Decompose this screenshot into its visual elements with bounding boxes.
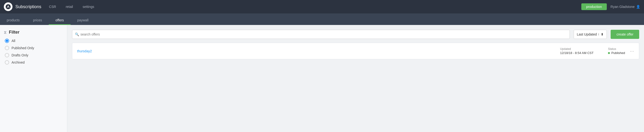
status-dot: [608, 52, 610, 54]
sidebar: ⧖ Filter All Published Only Drafts Only …: [0, 25, 67, 132]
sub-nav-products[interactable]: products: [0, 15, 26, 25]
offer-actions-menu[interactable]: ⋯: [630, 48, 634, 54]
filter-option-all[interactable]: All: [5, 39, 62, 43]
top-nav: Subscriptions CSR retail settings produc…: [0, 0, 644, 14]
filter-header: ⧖ Filter: [0, 30, 67, 39]
radio-all[interactable]: [5, 39, 9, 43]
nav-link-csr[interactable]: CSR: [49, 5, 56, 9]
sort-chevron-icon: ⬍: [601, 32, 604, 36]
top-nav-links: CSR retail settings: [49, 5, 581, 9]
sub-nav-prices[interactable]: prices: [26, 15, 49, 25]
logo-icon: [4, 2, 12, 11]
filter-option-published-only[interactable]: Published Only: [5, 46, 62, 50]
status-block: Status Published: [608, 47, 625, 55]
nav-link-settings[interactable]: settings: [82, 5, 94, 9]
app-title: Subscriptions: [15, 4, 41, 9]
status-badge: Published: [608, 51, 625, 55]
table-row: thursday2 Updated 12/18/18 - 8:54 AM CST…: [72, 43, 639, 59]
filter-options: All Published Only Drafts Only Archived: [0, 39, 67, 64]
radio-published-only[interactable]: [5, 46, 9, 50]
user-name: Ryan Gladstone: [610, 5, 635, 9]
filter-label-all: All: [12, 39, 15, 43]
main-layout: ⧖ Filter All Published Only Drafts Only …: [0, 25, 644, 132]
sub-nav-offers[interactable]: offers: [49, 15, 70, 25]
sort-label: Last Updated ↑: [577, 32, 599, 36]
offer-name-thursday2[interactable]: thursday2: [77, 49, 560, 53]
content-panel: 🔍 Last Updated ↑ ⬍ create offer thursday…: [67, 25, 644, 132]
search-input[interactable]: [72, 30, 570, 39]
filter-label-drafts-only: Drafts Only: [12, 53, 28, 57]
toolbar: 🔍 Last Updated ↑ ⬍ create offer: [72, 30, 639, 39]
status-value: Published: [611, 51, 625, 55]
updated-value: 12/18/18 - 8:54 AM CST: [560, 51, 593, 55]
status-label: Status: [608, 47, 625, 51]
logo-wrap: Subscriptions: [4, 2, 41, 11]
env-button[interactable]: production: [581, 3, 606, 10]
offer-meta: Updated 12/18/18 - 8:54 AM CST Status Pu…: [560, 47, 625, 55]
offers-list: thursday2 Updated 12/18/18 - 8:54 AM CST…: [72, 43, 639, 59]
search-wrap: 🔍: [72, 30, 570, 39]
filter-label-published-only: Published Only: [12, 46, 34, 50]
sub-nav: products prices offers paywall: [0, 14, 644, 25]
filter-option-drafts-only[interactable]: Drafts Only: [5, 53, 62, 57]
search-icon: 🔍: [75, 32, 79, 36]
filter-option-archived[interactable]: Archived: [5, 60, 62, 64]
updated-label: Updated: [560, 47, 593, 51]
radio-all-dot: [6, 40, 8, 42]
radio-drafts-only[interactable]: [5, 53, 9, 57]
nav-link-retail[interactable]: retail: [66, 5, 73, 9]
sort-select[interactable]: Last Updated ↑ ⬍: [574, 30, 607, 39]
user-section: Ryan Gladstone 👤: [610, 5, 640, 9]
user-icon: 👤: [636, 5, 640, 9]
updated-block: Updated 12/18/18 - 8:54 AM CST: [560, 47, 593, 55]
create-offer-button[interactable]: create offer: [610, 30, 639, 39]
filter-icon: ⧖: [4, 30, 6, 34]
sub-nav-paywall[interactable]: paywall: [70, 15, 95, 25]
radio-archived[interactable]: [5, 60, 9, 64]
filter-label-archived: Archived: [12, 60, 24, 64]
filter-title: Filter: [9, 30, 20, 35]
